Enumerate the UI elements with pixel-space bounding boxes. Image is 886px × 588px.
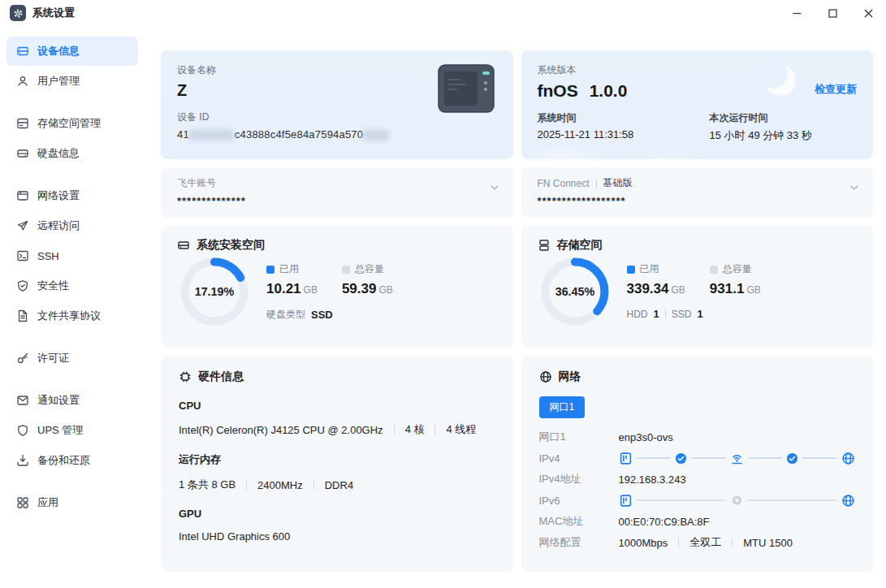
account-row: 飞牛账号 ************** FN Connect 基础版 *****… — [161, 167, 873, 218]
maximize-button[interactable] — [815, 0, 850, 26]
usage-row: 系统安装空间 17.19% 已用 10.21GB — [161, 226, 873, 348]
fn-connect-header: FN Connect 基础版 — [538, 176, 858, 190]
cpu-threads: 4 线程 — [446, 422, 476, 437]
ipv4-connectivity-diagram — [619, 452, 856, 465]
cpu-model: Intel(R) Celeron(R) J4125 CPU @ 2.00GHz — [179, 424, 383, 436]
nas-icon — [619, 452, 633, 465]
device-id-middle: c43888c4f5e84a7594a570 — [235, 128, 363, 141]
network-config-row: 网络配置 1000Mbps 全双工 MTU 1500 — [539, 532, 856, 553]
divider — [678, 538, 679, 547]
cpu-spec-row: Intel(R) Celeron(R) J4125 CPU @ 2.00GHz … — [179, 422, 495, 437]
used-label: 已用 — [279, 262, 299, 276]
feiniu-account-value: ************** — [177, 195, 497, 207]
ipv4-address-value: 192.168.3.243 — [619, 473, 856, 486]
sidebar-item-remote-access[interactable]: 远程访问 — [6, 211, 138, 240]
device-id: 41███████c43888c4f5e84a7594a570████ — [177, 128, 497, 141]
storage-space-percent: 36.45% — [555, 285, 594, 298]
storage-space-title-row: 存储空间 — [538, 238, 858, 253]
system-time-value: 2025-11-21 11:31:58 — [538, 128, 710, 141]
sidebar-item-storage-management[interactable]: 存储空间管理 — [6, 109, 138, 138]
divider — [313, 480, 314, 490]
cpu-section-label: CPU — [179, 400, 495, 412]
version-row: fnOS 1.0.0 检查更新 — [538, 77, 858, 101]
hard-drive-icon — [177, 239, 190, 252]
network-config-label: 网络配置 — [539, 535, 619, 550]
sidebar-item-user-management[interactable]: 用户管理 — [6, 67, 138, 96]
total-legend-swatch — [342, 266, 350, 274]
sidebar-item-backup-restore[interactable]: 备份和还原 — [6, 446, 138, 475]
sidebar-item-network-settings[interactable]: 网络设置 — [6, 181, 138, 210]
hardware-title-row: 硬件信息 — [179, 370, 495, 384]
drive-count-row: HDD 1 SSD 1 — [627, 308, 761, 320]
sidebar-item-license[interactable]: 许可证 — [6, 344, 138, 373]
fn-connect-card[interactable]: FN Connect 基础版 ****************** — [521, 167, 874, 218]
device-card: 设备名称 Z 设备 ID 41███████c43888c4f5e84a7594… — [161, 50, 513, 159]
internet-globe-icon — [841, 452, 855, 465]
ram-type: DDR4 — [325, 479, 353, 491]
disk-type-label: 硬盘类型 — [266, 308, 305, 322]
sidebar-item-label: 应用 — [37, 495, 58, 510]
link-line — [637, 457, 672, 459]
used-legend-swatch — [627, 266, 635, 274]
system-space-legend: 已用 10.21GB 总容量 59.39GB 硬盘类型 SSD — [266, 254, 393, 329]
mac-address-label: MAC地址 — [539, 514, 619, 529]
ipv4-address-label: IPv4地址 — [539, 472, 619, 486]
window-title: 系统设置 — [32, 6, 75, 20]
sidebar-item-label: 硬盘信息 — [37, 146, 80, 161]
storage-space-legend: 已用 339.34GB 总容量 931.1GB HDD 1 — [627, 254, 761, 329]
used-value: 339.34 — [627, 281, 669, 296]
sidebar-item-apps[interactable]: 应用 — [6, 488, 138, 517]
internet-globe-icon — [841, 494, 855, 508]
system-space-card: 系统安装空间 17.19% 已用 10.21GB — [161, 226, 513, 348]
ipv6-status-row: IPv6 — [539, 490, 856, 511]
port-name-row: 网口1 enp3s0-ovs — [539, 426, 856, 447]
sidebar-item-file-sharing[interactable]: 文件共享协议 — [6, 301, 138, 331]
check-circle-icon — [675, 452, 687, 465]
system-space-title: 系统安装空间 — [197, 238, 265, 253]
check-update-link[interactable]: 检查更新 — [815, 82, 857, 97]
disk-type-row: 硬盘类型 SSD — [266, 308, 393, 322]
system-space-donut-chart: 17.19% — [177, 254, 252, 329]
document-icon — [16, 309, 29, 322]
sidebar-item-security[interactable]: 安全性 — [6, 271, 138, 300]
divider — [732, 538, 733, 547]
titlebar: 系统设置 — [0, 0, 886, 26]
divider — [665, 309, 666, 318]
feiniu-account-card[interactable]: 飞牛账号 ************** — [161, 167, 513, 218]
mac-address-value: 00:E0:70:C9:BA:8F — [619, 516, 856, 528]
port-value: enp3s0-ovs — [619, 431, 856, 443]
device-id-redacted: ████ — [363, 130, 389, 140]
network-window-icon — [16, 189, 29, 202]
fn-connect-tier-badge: 基础版 — [603, 176, 633, 190]
sidebar-item-ssh[interactable]: SSH — [6, 241, 138, 270]
titlebar-left: 系统设置 — [10, 5, 75, 21]
port-label: 网口1 — [539, 430, 619, 444]
link-line — [748, 457, 783, 459]
pending-dot-icon — [731, 495, 743, 506]
divider — [246, 480, 247, 490]
total-label: 总容量 — [723, 262, 752, 276]
network-rows: 网口1 enp3s0-ovs IPv4 — [539, 426, 856, 553]
minimize-button[interactable] — [779, 0, 815, 26]
fn-connect-value: ****************** — [538, 195, 858, 207]
sidebar-item-disk-info[interactable]: 硬盘信息 — [6, 139, 138, 168]
used-unit: GB — [304, 284, 318, 296]
uptime-value: 15 小时 49 分钟 33 秒 — [710, 128, 858, 143]
link-line — [747, 499, 837, 501]
ipv4-label: IPv4 — [539, 452, 619, 465]
sidebar-item-ups-management[interactable]: UPS 管理 — [6, 416, 138, 445]
system-settings-window: 系统设置 设备信息 用户管理 存储空间管理 硬盘信息 — [0, 0, 886, 588]
sidebar-item-label: UPS 管理 — [37, 423, 83, 438]
port-1-tab[interactable]: 网口1 — [539, 396, 586, 418]
sidebar-item-device-info[interactable]: 设备信息 — [6, 37, 138, 66]
ssd-label: SSD — [672, 309, 692, 320]
close-button[interactable] — [850, 0, 886, 26]
link-line — [637, 499, 727, 501]
chevron-down-icon — [849, 182, 860, 193]
system-space-percent: 17.19% — [195, 285, 235, 298]
sidebar-item-notification-settings[interactable]: 通知设置 — [6, 386, 138, 415]
gpu-section-label: GPU — [179, 508, 495, 520]
system-space-body: 17.19% 已用 10.21GB 总容量 59.39GB — [177, 254, 497, 329]
total-legend-swatch — [710, 266, 718, 274]
os-name: fnOS — [538, 81, 578, 101]
